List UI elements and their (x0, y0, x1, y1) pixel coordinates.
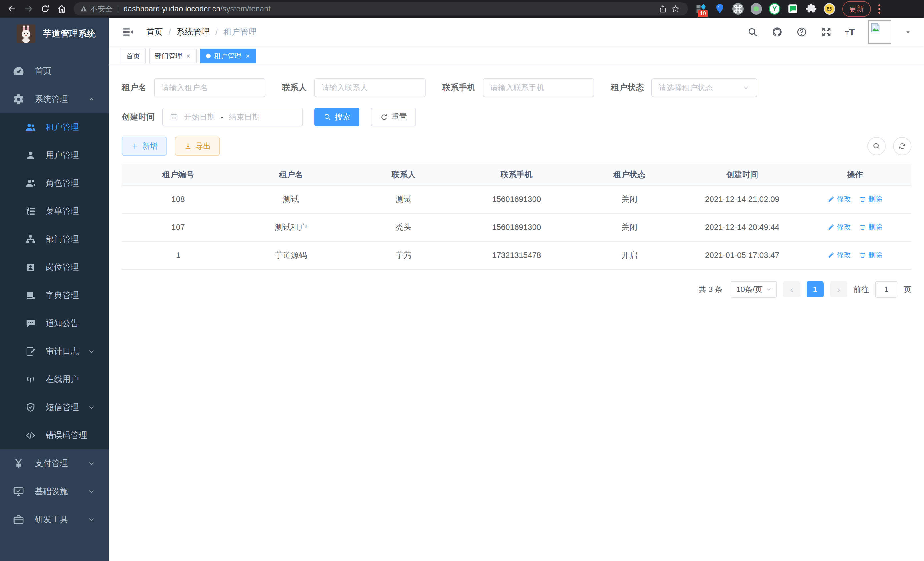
broken-image-icon (870, 22, 881, 33)
sidebar-menu: 首页 系统管理 租户管理 用户管理 角色管理 菜单管理 部门管理 岗位管理 字典… (0, 50, 109, 561)
tenant-table: 租户编号租户名联系人联系手机租户状态创建时间操作 108测试测试15601691… (122, 164, 911, 270)
mobile-label: 联系手机 (442, 82, 476, 93)
logo-rabbit-image (16, 24, 35, 43)
address-bar[interactable]: 不安全 dashboard.yudao.iocoder.cn/system/te… (74, 2, 688, 15)
sidebar-collapse-icon[interactable] (122, 26, 134, 38)
cell-actions: 修改删除 (799, 241, 911, 269)
edit-link[interactable]: 修改 (828, 194, 851, 204)
extension-badge: 10 (698, 10, 708, 17)
chrome-menu-icon[interactable] (875, 4, 883, 14)
delete-link[interactable]: 删除 (859, 194, 883, 204)
bookmark-star-icon[interactable] (669, 3, 682, 15)
sidebar-item-online[interactable]: 在线用户 (0, 365, 109, 393)
chevron-down-icon (765, 286, 772, 293)
cell-mobile: 15601691300 (460, 185, 573, 213)
extensions-puzzle-icon[interactable] (805, 3, 817, 15)
delete-link[interactable]: 删除 (859, 250, 883, 260)
header-search-icon[interactable] (747, 26, 758, 38)
close-icon[interactable]: × (245, 52, 250, 60)
create-time-range-picker[interactable]: 开始日期 - 结束日期 (162, 108, 303, 126)
goto-page-input[interactable] (875, 281, 897, 298)
refresh-table-button[interactable] (893, 137, 911, 155)
font-size-icon[interactable]: TT (845, 27, 855, 38)
next-page-button[interactable]: › (830, 281, 847, 297)
tab-2[interactable]: 租户管理 × (200, 49, 256, 63)
table-header-row: 租户编号租户名联系人联系手机租户状态创建时间操作 (122, 164, 911, 185)
app-logo[interactable]: 芋道管理系统 (0, 18, 109, 50)
prev-page-button[interactable]: ‹ (783, 281, 800, 297)
column-header: 租户名 (235, 164, 347, 185)
edit-pen-icon (828, 196, 835, 202)
sidebar-item-notice[interactable]: 通知公告 (0, 309, 109, 337)
help-icon[interactable] (796, 26, 807, 38)
cell-actions: 修改删除 (799, 213, 911, 241)
toggle-search-button[interactable] (867, 137, 886, 155)
sidebar-item-dept[interactable]: 部门管理 (0, 225, 109, 253)
chevron-down-icon (742, 84, 750, 92)
fullscreen-icon[interactable] (820, 26, 832, 38)
extension-recorder-icon[interactable] (750, 3, 762, 15)
cell-id: 108 (122, 185, 235, 213)
delete-link[interactable]: 删除 (859, 222, 883, 232)
sidebar-item-tenant[interactable]: 租户管理 (0, 113, 109, 141)
search-button[interactable]: 搜索 (314, 108, 359, 126)
extension-balloon-icon[interactable] (714, 3, 726, 15)
tab-1[interactable]: 部门管理 × (149, 49, 197, 63)
dashboard-icon (13, 65, 25, 77)
goto-label: 前往 (854, 284, 869, 295)
download-icon (184, 142, 192, 150)
extension-chat-icon[interactable] (787, 3, 799, 15)
breadcrumb-item: 租户管理 (224, 26, 256, 38)
column-header: 租户编号 (122, 164, 235, 185)
sidebar-item-devtool[interactable]: 研发工具 (0, 505, 109, 534)
page-number-button[interactable]: 1 (807, 281, 824, 297)
extension-adblock-icon[interactable]: 10 (695, 3, 707, 15)
add-button[interactable]: 新增 (122, 137, 167, 156)
breadcrumb-item[interactable]: 首页 (146, 26, 163, 38)
status-select[interactable]: 请选择租户状态 (651, 78, 757, 97)
reset-button[interactable]: 重置 (371, 108, 416, 126)
browser-back-icon[interactable] (5, 2, 19, 16)
sidebar-item-post[interactable]: 岗位管理 (0, 253, 109, 281)
tab-0[interactable]: 首页 (121, 49, 146, 63)
cell-mobile: 17321315478 (460, 241, 573, 269)
sidebar-item-infra[interactable]: 基础设施 (0, 478, 109, 505)
sidebar-item-home[interactable]: 首页 (0, 57, 109, 85)
extension-command-icon[interactable] (732, 3, 744, 15)
sidebar-item-errcode[interactable]: 错误码管理 (0, 421, 109, 450)
user-avatar[interactable] (868, 20, 891, 44)
briefcase-icon (13, 514, 25, 526)
security-warning[interactable]: 不安全 (80, 4, 112, 14)
cell-contact: 秃头 (347, 213, 460, 241)
mobile-input[interactable] (483, 78, 594, 97)
sidebar-item-user[interactable]: 用户管理 (0, 141, 109, 169)
sidebar-item-pay[interactable]: 支付管理 (0, 450, 109, 478)
edit-link[interactable]: 修改 (828, 222, 851, 232)
page-size-select[interactable]: 10条/页 (730, 281, 777, 298)
browser-home-icon[interactable] (55, 2, 69, 16)
sidebar-item-sms[interactable]: 短信管理 (0, 393, 109, 421)
share-icon[interactable] (657, 3, 669, 15)
tenant-name-input[interactable] (154, 78, 266, 97)
extension-y-icon[interactable]: Y (769, 3, 781, 15)
profile-avatar-icon[interactable] (824, 3, 836, 15)
browser-forward-icon[interactable] (22, 2, 35, 16)
breadcrumb-item[interactable]: 系统管理 (177, 26, 210, 38)
sidebar-item-menu[interactable]: 菜单管理 (0, 197, 109, 225)
github-icon[interactable] (771, 26, 783, 38)
sidebar-item-audit[interactable]: 审计日志 (0, 337, 109, 365)
browser-reload-icon[interactable] (38, 2, 52, 16)
avatar-dropdown-caret-icon[interactable] (904, 29, 911, 35)
trash-icon (859, 196, 866, 202)
sidebar-item-dict[interactable]: 字典管理 (0, 281, 109, 309)
cell-contact: 芋艿 (347, 241, 460, 269)
sidebar-item-system[interactable]: 系统管理 (0, 85, 109, 113)
contact-input[interactable] (314, 78, 426, 97)
edit-link[interactable]: 修改 (828, 250, 851, 260)
export-button[interactable]: 导出 (175, 137, 220, 156)
calendar-icon (170, 113, 178, 121)
chrome-update-button[interactable]: 更新 (842, 1, 871, 17)
sidebar-item-role[interactable]: 角色管理 (0, 169, 109, 197)
close-icon[interactable]: × (186, 52, 191, 60)
user-icon (25, 150, 36, 161)
